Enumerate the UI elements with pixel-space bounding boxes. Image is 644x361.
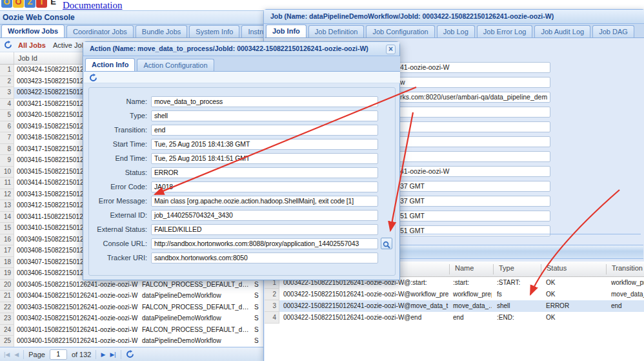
last-page-button[interactable]: ▶|: [110, 351, 116, 358]
prev-page-button[interactable]: ◀: [14, 351, 19, 358]
actions-type-header[interactable]: Type: [493, 264, 541, 274]
row-number: 3: [0, 87, 14, 99]
row-number: 25: [0, 336, 14, 347]
action-dialog-title[interactable]: Action (Name: move_data_to_process/JobId…: [83, 42, 399, 56]
tracker-uri-field[interactable]: sandbox.hortonworks.com:8050: [151, 253, 378, 263]
job-id-cell[interactable]: 0003400-150822150126241-oozie-oozi-W: [17, 337, 137, 344]
filter-all-jobs[interactable]: All Jobs: [18, 41, 46, 49]
oozie-logo: OOZIE: [1, 0, 59, 8]
start-time-field[interactable]: Tue, 25 Aug 2015 18:41:38 GMT: [151, 139, 378, 150]
action-type-cell: :START:: [497, 279, 539, 286]
next-page-button[interactable]: ▶: [101, 351, 105, 358]
field-label: Name:: [86, 98, 147, 105]
documentation-link[interactable]: Documentation: [63, 0, 122, 11]
action-transition-cell: move_data_to_process: [611, 291, 644, 298]
action-id-cell[interactable]: 0003422-150822150126241-oozie-oozi-W@mov…: [283, 302, 448, 309]
row-number: 24: [0, 325, 14, 336]
field-label: Type:: [86, 112, 147, 119]
refresh-icon[interactable]: [89, 73, 97, 84]
external-id-field[interactable]: job_1440255704324_3430: [151, 210, 378, 221]
job-id-cell[interactable]: 0003405-150822150126241-oozie-oozi-W: [17, 281, 137, 288]
external-status-field[interactable]: FAILED/KILLED: [151, 224, 378, 235]
pager-divider: [23, 350, 24, 359]
job-dialog-tab[interactable]: Job Error Log: [477, 25, 533, 37]
actions-transition-header[interactable]: Transition: [606, 264, 644, 274]
job-id-cell[interactable]: 0003403-150822150126241-oozie-oozi-W: [17, 304, 137, 311]
logo-letter-tile: O: [13, 0, 24, 8]
field-label: Status:: [86, 169, 147, 176]
actions-name-header[interactable]: Name: [449, 264, 493, 274]
action-dialog-tab[interactable]: Action Info: [85, 58, 135, 71]
job-info-field-value: 41-oozie-oozi-W: [400, 63, 449, 71]
action-dialog-tab[interactable]: Action Configuration: [137, 59, 214, 71]
job-info-field-value: rks.com:8020/user/ambari-qa/data_pipelin…: [400, 93, 547, 101]
end-time-field[interactable]: Tue, 25 Aug 2015 18:41:51 GMT: [151, 153, 378, 164]
logo-letter-tile: I: [36, 0, 47, 8]
action-name-cell: move_data_…: [453, 302, 492, 309]
job-dialog-tab[interactable]: Job Audit Log: [534, 25, 590, 37]
jobs-grid-jobid-header[interactable]: Job Id: [18, 52, 37, 64]
field-value: Main class [org.apache.oozie.action.hado…: [154, 197, 354, 205]
status-cell: S: [254, 315, 259, 322]
name-field[interactable]: move_data_to_process: [151, 96, 378, 107]
job-id-cell[interactable]: 0003404-150822150126241-oozie-oozi-W: [17, 292, 137, 299]
action-status-cell: ERROR: [546, 302, 605, 309]
job-dialog-tab[interactable]: Job Info: [266, 25, 307, 37]
actions-status-header[interactable]: Status: [541, 264, 606, 274]
console-url-field[interactable]: http://sandbox.hortonworks.com:8088/prox…: [151, 238, 378, 249]
job-info-field-value: 37 GMT: [400, 182, 425, 190]
job-dialog-tab[interactable]: Job Definition: [308, 25, 365, 37]
row-number: 20: [0, 280, 14, 291]
row-number: 11: [0, 178, 14, 189]
action-row[interactable]: 4 0003422-150822150126241-oozie-oozi-W@e…: [265, 312, 644, 324]
action-type-cell: shell: [497, 302, 539, 309]
field-label: Error Code:: [86, 183, 147, 191]
pager-divider: [96, 350, 96, 359]
main-tab[interactable]: Coordinator Jobs: [66, 25, 134, 37]
first-page-button[interactable]: |◀: [4, 351, 10, 358]
action-row[interactable]: 2 0003422-150822150126241-oozie-oozi-W@w…: [265, 289, 644, 300]
job-info-field-value: 37 GMT: [400, 197, 425, 205]
row-number: 14: [0, 212, 14, 223]
field-label: Error Message:: [86, 197, 147, 205]
field-value: JA018: [154, 183, 173, 191]
main-tab[interactable]: System Info: [189, 25, 239, 37]
transition-field[interactable]: end: [151, 125, 378, 136]
type-field[interactable]: shell: [151, 110, 378, 121]
page-number-input[interactable]: [50, 349, 67, 360]
refresh-icon[interactable]: [4, 41, 12, 50]
main-tab[interactable]: Bundle Jobs: [136, 25, 188, 37]
job-dialog-tab[interactable]: Job DAG: [592, 25, 634, 37]
action-name-cell: :start:: [453, 279, 492, 286]
action-row[interactable]: 3 0003422-150822150126241-oozie-oozi-W@m…: [265, 300, 644, 312]
job-dialog-title[interactable]: Job (Name: dataPipelineDemoWorkflow/JobI…: [264, 10, 644, 24]
error-message-field[interactable]: Main class [org.apache.oozie.action.hado…: [151, 196, 378, 207]
action-id-cell[interactable]: 0003422-150822150126241-oozie-oozi-W@wor…: [283, 291, 448, 298]
action-status-cell: OK: [546, 314, 605, 321]
field-label: Start Time:: [86, 140, 147, 148]
job-dialog-tab[interactable]: Job Configuration: [366, 25, 434, 37]
job-info-field-value: w: [400, 78, 405, 86]
error-code-field[interactable]: JA018: [151, 181, 378, 192]
job-id-cell[interactable]: 0003402-150822150126241-oozie-oozi-W: [17, 315, 137, 322]
action-status-cell: OK: [546, 291, 605, 298]
app-name-cell: dataPipelineDemoWorkflow: [142, 315, 221, 322]
refresh-icon[interactable]: [126, 349, 134, 360]
field-value: FAILED/KILLED: [154, 225, 201, 233]
job-id-cell[interactable]: 0003401-150822150126241-oozie-oozi-W: [17, 326, 137, 333]
app-name-cell: FALCON_PROCESS_DEFAULT_d…: [142, 281, 248, 288]
close-icon[interactable]: ×: [386, 45, 396, 54]
page-label: Page: [28, 351, 45, 358]
main-tab[interactable]: Workflow Jobs: [1, 25, 65, 37]
job-dialog-tabstrip: Job InfoJob DefinitionJob ConfigurationJ…: [265, 24, 644, 38]
field-value: http://sandbox.hortonworks.com:8088/prox…: [154, 240, 359, 247]
search-icon[interactable]: [381, 238, 392, 249]
field-value: Tue, 25 Aug 2015 18:41:38 GMT: [154, 140, 250, 148]
field-value: end: [154, 126, 165, 134]
page-count-label: of 132: [72, 351, 92, 358]
job-dialog-tab[interactable]: Job Log: [437, 25, 475, 37]
row-number: 10: [0, 167, 14, 178]
field-value: move_data_to_process: [154, 98, 223, 105]
status-field[interactable]: ERROR: [151, 167, 378, 178]
action-id-cell[interactable]: 0003422-150822150126241-oozie-oozi-W@end: [283, 314, 448, 321]
